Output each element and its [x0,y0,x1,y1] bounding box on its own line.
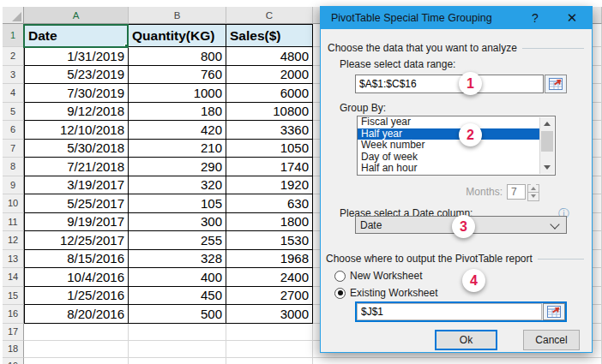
cell[interactable]: 9/12/2018 [24,103,129,122]
cell[interactable]: 450 [129,287,226,306]
cell[interactable] [24,324,129,341]
cell[interactable]: 328 [129,250,226,269]
cell[interactable]: 2400 [226,268,313,287]
cell[interactable]: 420 [129,121,226,140]
row-header-8[interactable]: 8 [3,158,24,176]
radio-existing-worksheet[interactable]: Existing Worksheet [334,286,438,300]
months-stepper[interactable] [527,184,539,200]
row-header-10[interactable]: 10 [3,194,24,213]
cell[interactable]: 760 [129,66,226,85]
cell[interactable]: 5/30/2018 [24,140,129,158]
cell[interactable]: 2000 [226,66,313,85]
dialog-titlebar[interactable]: PivotTable Special Time Grouping ? ✕ [321,7,592,29]
cell[interactable]: 10/4/2016 [24,268,129,287]
row-header-4[interactable]: 4 [3,84,24,103]
data-range-input[interactable] [355,75,544,93]
cell[interactable]: 1800 [226,213,313,232]
stepper-down-icon[interactable] [527,192,539,201]
cell[interactable]: 1000 [129,84,226,103]
cancel-button[interactable]: Cancel [523,330,580,350]
cell[interactable]: 7/21/2018 [24,158,129,176]
cell[interactable]: 3/19/2017 [24,176,129,195]
cell[interactable] [226,341,313,358]
select-all-corner[interactable] [3,7,24,24]
row-header-15[interactable]: 15 [3,287,24,306]
cell[interactable]: 3000 [226,305,313,324]
row-header-13[interactable]: 13 [3,250,24,269]
cell[interactable]: 400 [129,268,226,287]
row-header-2[interactable]: 2 [3,47,24,66]
row-header-11[interactable]: 11 [3,213,24,232]
cell[interactable]: 1/25/2016 [24,287,129,306]
group-by-option[interactable]: Day of week [358,152,541,164]
cell[interactable] [24,358,129,364]
close-icon[interactable]: ✕ [552,7,592,29]
column-header-A[interactable]: A [24,7,129,24]
cell[interactable]: 9/19/2017 [24,213,129,232]
column-header-B[interactable]: B [129,7,226,24]
cell[interactable] [129,324,226,341]
cell[interactable]: 255 [129,231,226,250]
ok-button[interactable]: Ok [435,330,497,350]
cell[interactable] [24,341,129,358]
radio-circle-icon[interactable] [334,271,346,282]
row-header-3[interactable]: 3 [3,66,24,85]
cell[interactable]: 1740 [226,158,313,176]
row-header-12[interactable]: 12 [3,231,24,250]
listbox-scrollbar[interactable] [539,117,554,174]
cell[interactable]: 5/23/2019 [24,66,129,85]
cell[interactable]: 10800 [226,103,313,122]
cell[interactable] [129,341,226,358]
row-header-16[interactable]: 16 [3,305,24,324]
row-header-6[interactable]: 6 [3,121,24,140]
cell[interactable]: 7/30/2019 [24,84,129,103]
cell[interactable]: Quantity(KG) [129,24,226,47]
cell[interactable]: 12/25/2017 [24,231,129,250]
cell[interactable] [129,358,226,364]
cell[interactable]: 1050 [226,140,313,158]
cell[interactable] [226,358,313,364]
cell[interactable]: 1920 [226,176,313,195]
cell[interactable]: 3360 [226,121,313,140]
cell[interactable]: 800 [129,47,226,66]
group-by-option[interactable]: Half an hour [358,163,541,175]
cell[interactable]: 500 [129,305,226,324]
row-header-7[interactable]: 7 [3,140,24,158]
cell[interactable] [226,324,313,341]
range-selector-button[interactable] [545,75,567,93]
cell[interactable]: 105 [129,194,226,213]
scroll-up-icon[interactable] [540,117,554,130]
cell[interactable]: 210 [129,140,226,158]
cell[interactable]: 1/31/2019 [24,47,129,66]
group-by-option[interactable]: Half year [358,128,541,140]
cell[interactable]: 4800 [226,47,313,66]
cell[interactable]: 6000 [226,84,313,103]
cell[interactable]: 8/20/2016 [24,305,129,324]
row-header-19[interactable]: 19 [3,358,24,364]
radio-new-worksheet[interactable]: New Worksheet [334,269,422,283]
row-header-5[interactable]: 5 [3,103,24,122]
cell[interactable]: Date [24,24,129,47]
row-header-18[interactable]: 18 [3,341,24,358]
scroll-down-icon[interactable] [540,161,554,174]
row-header-1[interactable]: 1 [3,24,24,47]
cell[interactable]: 180 [129,103,226,122]
output-range-selector-button[interactable] [543,303,565,320]
cell[interactable]: 290 [129,158,226,176]
cell[interactable]: 320 [129,176,226,195]
output-range-input[interactable] [357,303,542,320]
cell[interactable]: 5/25/2017 [24,194,129,213]
radio-circle-checked-icon[interactable] [334,288,346,299]
column-header-C[interactable]: C [226,7,313,24]
scrollbar-thumb[interactable] [541,131,553,152]
cell[interactable]: 630 [226,194,313,213]
cell[interactable]: 1530 [226,231,313,250]
cell[interactable]: 2700 [226,287,313,306]
cell[interactable]: 12/10/2018 [24,121,129,140]
group-by-listbox[interactable]: Fiscal yearHalf yearWeek numberDay of we… [357,116,556,176]
row-header-17[interactable]: 17 [3,324,24,341]
help-icon[interactable]: ? [518,7,552,29]
group-by-option[interactable]: Fiscal year [358,116,541,128]
cell[interactable]: Sales($) [226,24,313,47]
row-header-14[interactable]: 14 [3,268,24,287]
